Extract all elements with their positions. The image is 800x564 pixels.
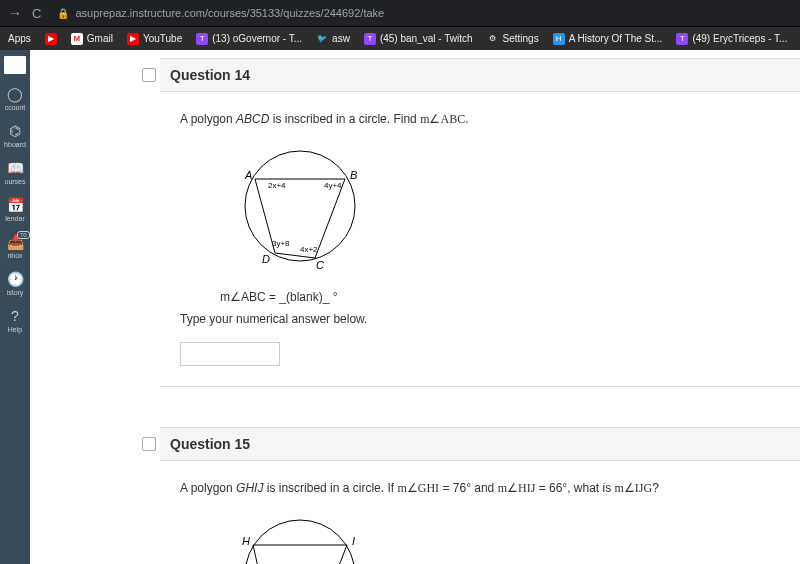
svg-text:D: D bbox=[262, 253, 270, 265]
quiz-content: Question 14 A polygon ABCD is inscribed … bbox=[30, 50, 800, 564]
svg-marker-12 bbox=[253, 545, 347, 564]
twitch-icon: T bbox=[364, 33, 376, 45]
svg-text:3y+8: 3y+8 bbox=[272, 239, 290, 248]
account-icon: ◯ bbox=[7, 86, 23, 102]
url-text: asuprepaz.instructure.com/courses/35133/… bbox=[75, 7, 384, 19]
bookmarks-bar: Apps ▶ MGmail ▶YouTube T(13) oGovernor -… bbox=[0, 26, 800, 50]
sidebar-item-account[interactable]: ◯ ccount bbox=[0, 80, 30, 117]
back-arrow-icon[interactable]: → bbox=[8, 5, 22, 21]
flag-question-icon[interactable] bbox=[142, 437, 156, 451]
svg-text:I: I bbox=[352, 535, 355, 547]
reload-icon[interactable]: C bbox=[32, 6, 41, 21]
youtube-icon: ▶ bbox=[127, 33, 139, 45]
browser-top-bar: → C 🔒 asuprepaz.instructure.com/courses/… bbox=[0, 0, 800, 26]
sidebar-item-courses[interactable]: 📖 ourses bbox=[0, 154, 30, 191]
bookmark-yt-shortcut[interactable]: ▶ bbox=[45, 33, 57, 45]
question-14-prompt: A polygon ABCD is inscribed in a circle.… bbox=[180, 112, 780, 127]
bookmark-asw[interactable]: 🐦asw bbox=[316, 33, 350, 45]
svg-text:B: B bbox=[350, 169, 357, 181]
svg-text:H: H bbox=[242, 535, 250, 547]
sidebar-item-inbox[interactable]: 📥 nbox bbox=[0, 228, 30, 265]
canvas-sidebar: ◯ ccount ⌬ hboard 📖 ourses 📅 lendar 📥 nb… bbox=[0, 50, 30, 564]
gear-icon: ⚙ bbox=[487, 33, 499, 45]
twitter-icon: 🐦 bbox=[316, 33, 328, 45]
question-14-title: Question 14 bbox=[170, 67, 250, 83]
help-icon: ? bbox=[11, 308, 19, 324]
svg-text:4x+2: 4x+2 bbox=[300, 245, 318, 254]
question-14-diagram: A B C D 2x+4 4y+4 4x+2 3y+8 bbox=[220, 141, 780, 274]
lock-icon: 🔒 bbox=[57, 8, 69, 19]
dashboard-icon: ⌬ bbox=[9, 123, 21, 139]
svg-text:C: C bbox=[316, 259, 324, 271]
gmail-icon: M bbox=[71, 33, 83, 45]
question-15-prompt: A polygon GHIJ is inscribed in a circle.… bbox=[180, 481, 780, 496]
youtube-play-icon: ▶ bbox=[45, 33, 57, 45]
history-site-icon: H bbox=[553, 33, 565, 45]
question-15-diagram: H I J G bbox=[220, 510, 780, 564]
question-14-instruction: Type your numerical answer below. bbox=[180, 312, 780, 326]
sidebar-item-calendar[interactable]: 📅 lendar bbox=[0, 191, 30, 228]
bookmark-history[interactable]: HA History Of The St... bbox=[553, 33, 663, 45]
courses-icon: 📖 bbox=[7, 160, 24, 176]
sidebar-item-history[interactable]: 🕐 istory bbox=[0, 265, 30, 302]
question-14-answer-input[interactable] bbox=[180, 342, 280, 366]
question-14-header: Question 14 bbox=[160, 59, 800, 92]
institution-logo[interactable] bbox=[4, 56, 26, 74]
question-14-formula: m∠ABC = _(blank)_ ° bbox=[220, 290, 780, 304]
twitch-icon: T bbox=[196, 33, 208, 45]
question-15-header: Question 15 bbox=[160, 428, 800, 461]
inbox-icon: 📥 bbox=[7, 234, 24, 250]
flag-question-icon[interactable] bbox=[142, 68, 156, 82]
svg-text:2x+4: 2x+4 bbox=[268, 181, 286, 190]
question-14-block: Question 14 A polygon ABCD is inscribed … bbox=[160, 58, 800, 387]
url-bar[interactable]: 🔒 asuprepaz.instructure.com/courses/3513… bbox=[51, 5, 792, 21]
bookmark-youtube[interactable]: ▶YouTube bbox=[127, 33, 182, 45]
bookmark-settings[interactable]: ⚙Settings bbox=[487, 33, 539, 45]
bookmark-apps[interactable]: Apps bbox=[8, 33, 31, 44]
question-15-block: Question 15 A polygon GHIJ is inscribed … bbox=[160, 427, 800, 564]
svg-text:A: A bbox=[244, 169, 252, 181]
bookmark-ogovernor[interactable]: T(13) oGovernor - T... bbox=[196, 33, 302, 45]
calendar-icon: 📅 bbox=[7, 197, 24, 213]
question-15-title: Question 15 bbox=[170, 436, 250, 452]
bookmark-gmail[interactable]: MGmail bbox=[71, 33, 113, 45]
sidebar-item-help[interactable]: ? Help bbox=[0, 302, 30, 339]
bookmark-eryc[interactable]: T(49) ErycTriceps - T... bbox=[676, 33, 787, 45]
twitch-icon: T bbox=[676, 33, 688, 45]
bookmark-banval[interactable]: T(45) ban_val - Twitch bbox=[364, 33, 473, 45]
svg-text:4y+4: 4y+4 bbox=[324, 181, 342, 190]
svg-point-10 bbox=[245, 520, 355, 564]
sidebar-item-dashboard[interactable]: ⌬ hboard bbox=[0, 117, 30, 154]
history-icon: 🕐 bbox=[7, 271, 24, 287]
